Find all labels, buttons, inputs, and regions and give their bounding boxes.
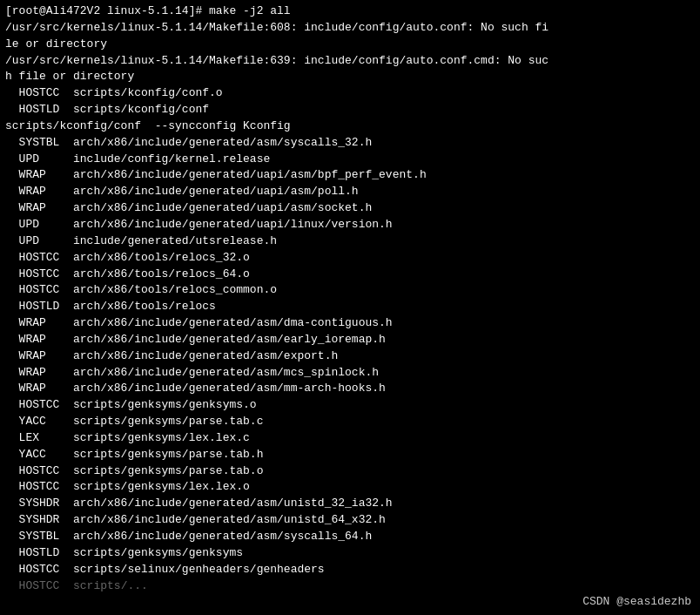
terminal-line-16: HOSTCC arch/x86/tools/relocs_32.o: [5, 250, 695, 267]
terminal-line-23: WRAP arch/x86/include/generated/asm/mcs_…: [5, 365, 695, 382]
terminal-line-18: HOSTCC arch/x86/tools/relocs_common.o: [5, 282, 695, 299]
terminal-line-4: /usr/src/kernels/linux-5.1.14/Makefile:6…: [5, 53, 695, 70]
watermark: CSDN @seasidezhb: [582, 595, 691, 608]
terminal-line-2: /usr/src/kernels/linux-5.1.14/Makefile:6…: [5, 20, 695, 37]
terminal-line-10: UPD include/config/kernel.release: [5, 152, 695, 168]
terminal-line-28: YACC scripts/genksyms/parse.tab.h: [5, 447, 695, 463]
terminal-line-25: HOSTCC scripts/genksyms/genksyms.o: [5, 397, 695, 414]
terminal-line-20: WRAP arch/x86/include/generated/asm/dma-…: [5, 315, 695, 332]
terminal-line-1: [root@Ali472V2 linux-5.1.14]# make -j2 a…: [5, 3, 695, 20]
terminal-line-12: WRAP arch/x86/include/generated/uapi/asm…: [5, 184, 695, 200]
terminal-line-34: HOSTLD scripts/genksyms/genksyms: [5, 545, 695, 562]
terminal-line-19: HOSTLD arch/x86/tools/relocs: [5, 299, 695, 315]
terminal-line-24: WRAP arch/x86/include/generated/asm/mm-a…: [5, 381, 695, 397]
terminal-line-15: UPD include/generated/utsrelease.h: [5, 233, 695, 250]
terminal-line-9: SYSTBL arch/x86/include/generated/asm/sy…: [5, 135, 695, 152]
terminal-line-22: WRAP arch/x86/include/generated/asm/expo…: [5, 348, 695, 365]
terminal-line-32: SYSHDR arch/x86/include/generated/asm/un…: [5, 512, 695, 529]
terminal-line-17: HOSTCC arch/x86/tools/relocs_64.o: [5, 267, 695, 283]
terminal-line-8: scripts/kconfig/conf --syncconfig Kconfi…: [5, 118, 695, 135]
terminal-line-5: h file or directory: [5, 69, 695, 85]
terminal-line-14: UPD arch/x86/include/generated/uapi/linu…: [5, 217, 695, 233]
terminal-line-6: HOSTCC scripts/kconfig/conf.o: [5, 85, 695, 102]
terminal-line-29: HOSTCC scripts/genksyms/parse.tab.o: [5, 463, 695, 480]
terminal-line-35: HOSTCC scripts/selinux/genheaders/genhea…: [5, 562, 695, 578]
terminal-line-11: WRAP arch/x86/include/generated/uapi/asm…: [5, 167, 695, 184]
terminal-line-7: HOSTLD scripts/kconfig/conf: [5, 102, 695, 118]
terminal-line-30: HOSTCC scripts/genksyms/lex.lex.o: [5, 479, 695, 496]
terminal-line-27: LEX scripts/genksyms/lex.lex.c: [5, 430, 695, 447]
terminal-line-3: le or directory: [5, 37, 695, 53]
terminal-line-13: WRAP arch/x86/include/generated/uapi/asm…: [5, 200, 695, 217]
terminal-line-21: WRAP arch/x86/include/generated/asm/earl…: [5, 332, 695, 348]
terminal-line-36: HOSTCC scripts/...: [5, 578, 695, 595]
terminal-line-33: SYSTBL arch/x86/include/generated/asm/sy…: [5, 529, 695, 545]
terminal: [root@Ali472V2 linux-5.1.14]# make -j2 a…: [0, 0, 700, 615]
terminal-line-31: SYSHDR arch/x86/include/generated/asm/un…: [5, 496, 695, 512]
terminal-line-26: YACC scripts/genksyms/parse.tab.c: [5, 414, 695, 430]
